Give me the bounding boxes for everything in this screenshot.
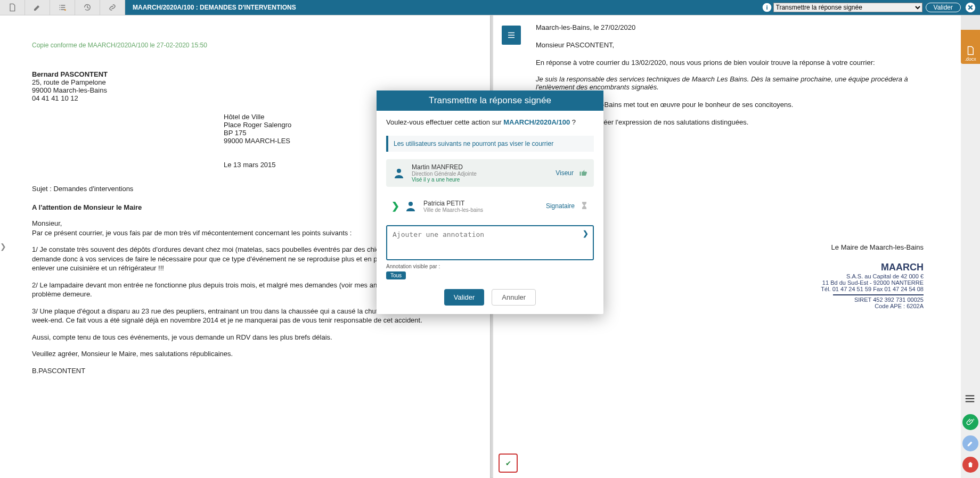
action-select[interactable]: Transmettre la réponse signée <box>773 3 922 12</box>
annotation-textarea[interactable] <box>391 229 591 258</box>
user-name: Martin MANFRED <box>412 163 556 171</box>
hourglass-icon <box>580 201 589 211</box>
topbar-right: i Transmettre la réponse signée Valider <box>761 0 980 15</box>
history-icon[interactable] <box>75 0 100 15</box>
user-row: ❯ Patricia PETIT Ville de Maarch-les-bai… <box>386 194 594 218</box>
doc-icon[interactable] <box>0 0 25 15</box>
chevron-right-icon: ❯ <box>391 200 400 212</box>
visibility-all-chip[interactable]: Tous <box>386 271 406 279</box>
modal: Transmettre la réponse signée Voulez-vou… <box>377 90 603 314</box>
user-role: Viseur <box>556 169 574 177</box>
chevron-right-icon[interactable]: ❯ <box>583 229 589 237</box>
close-icon[interactable] <box>964 1 977 14</box>
modal-warning: Les utilisateurs suivants ne pourront pa… <box>386 136 594 152</box>
modal-confirm-text: Voulez-vous effectuer cette action sur M… <box>386 118 594 126</box>
edit-icon[interactable] <box>25 0 50 15</box>
annotation-field[interactable]: ❯ <box>386 225 594 260</box>
annuler-button[interactable]: Annuler <box>492 289 536 306</box>
user-icon <box>391 166 406 180</box>
thumbs-up-icon <box>579 168 589 179</box>
topbar: MAARCH/2020A/100 : DEMANDES D'INTERVENTI… <box>0 0 980 15</box>
svg-point-6 <box>409 202 413 206</box>
valider-button[interactable]: Valider <box>444 289 485 306</box>
list-icon[interactable] <box>50 0 75 15</box>
svg-point-0 <box>64 9 66 11</box>
user-role: Signataire <box>546 202 575 210</box>
user-visa: Visé il y a une heure <box>412 177 556 183</box>
visibility-label: Annotation visible par : <box>386 263 594 269</box>
user-name: Patricia PETIT <box>423 200 546 207</box>
info-icon[interactable]: i <box>761 1 773 14</box>
svg-text:i: i <box>766 4 767 11</box>
user-icon <box>403 199 418 213</box>
user-sub: Direction Générale Adjointe <box>412 171 556 177</box>
modal-title: Transmettre la réponse signée <box>377 90 603 111</box>
user-sub: Ville de Maarch-les-bains <box>423 207 546 213</box>
svg-point-5 <box>397 169 401 173</box>
valider-button[interactable]: Valider <box>926 3 961 12</box>
user-row: Martin MANFRED Direction Générale Adjoin… <box>386 159 594 187</box>
breadcrumb: MAARCH/2020A/100 : DEMANDES D'INTERVENTI… <box>125 0 761 15</box>
link-icon[interactable] <box>100 0 125 15</box>
